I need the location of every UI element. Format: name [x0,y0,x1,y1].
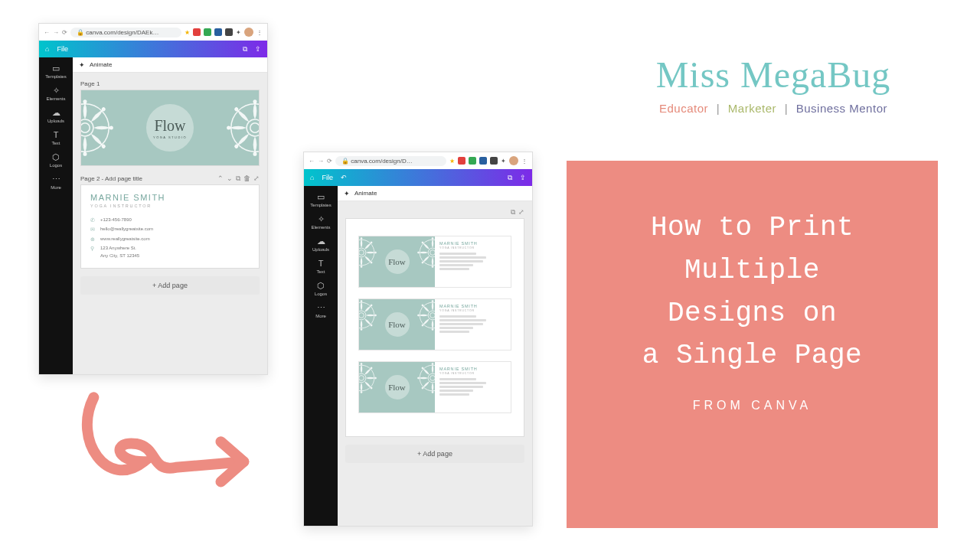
sidebar-item-more[interactable]: ⋯More [39,173,73,192]
canva-canvas[interactable]: ✦ Animate ⧉ ⤢ Flow MARNIE SMITHYOGA INST… [338,186,532,526]
expand-icon[interactable]: ⤢ [253,174,260,182]
puzzle-icon[interactable]: ✦ [501,158,506,165]
mandala-icon [80,98,115,158]
profile-avatar[interactable] [244,28,253,37]
design-page-2[interactable]: MARNIE SMITH YOGA INSTRUCTOR ✆+123-456-7… [80,184,260,269]
back-icon[interactable]: ← [44,29,50,36]
mail-icon: ✉ [90,225,97,234]
uploads-icon: ☁ [317,237,325,246]
profile-avatar[interactable] [509,156,518,165]
ext-icon[interactable] [204,28,211,36]
puzzle-icon[interactable]: ✦ [236,29,241,36]
star-icon[interactable]: ★ [449,158,455,165]
duplicate-icon[interactable]: ⧉ [236,174,240,183]
mandala-icon [416,299,435,331]
sidebar-item-uploads[interactable]: ☁Uploads [304,235,338,254]
animate-icon: ✦ [344,190,350,197]
url-text: canva.com/design/DAEk… [86,29,158,36]
design-page-1[interactable]: Flow YOGA STUDIO [80,90,260,166]
logos-icon: ⬡ [317,282,325,290]
title-line-4: a Single Page [642,340,862,371]
file-menu[interactable]: File [57,45,68,53]
ext-icon[interactable] [479,157,487,165]
ext-icon[interactable] [458,157,466,165]
sidebar-item-elements[interactable]: ✧Elements [304,213,338,232]
back-icon[interactable]: ← [309,158,315,165]
add-page-button[interactable]: + Add page [345,445,524,463]
url-text: canva.com/design/D… [351,158,412,165]
mandala-icon [416,362,435,394]
animate-icon: ✦ [79,61,85,69]
sidebar-item-text[interactable]: TText [39,129,73,148]
sidebar-item-logos[interactable]: ⬡Logos [304,279,338,298]
arrow-icon [61,390,283,500]
home-icon[interactable]: ⌂ [310,174,314,181]
page-1-label: Page 1 [80,80,260,87]
text-icon: T [54,131,59,139]
sidebar-item-templates[interactable]: ▭Templates [304,191,338,210]
brand-name: Miss MegaBug [612,54,934,96]
pin-icon: ⚲ [90,244,97,253]
url-field[interactable]: 🔒 canva.com/design/D… [335,156,446,166]
home-icon[interactable]: ⌂ [45,45,49,53]
forward-icon[interactable]: → [318,158,324,165]
ext-icon[interactable] [214,28,222,36]
ext-icon[interactable] [193,28,201,36]
ext-icon[interactable] [490,157,498,165]
mandala-icon [416,236,435,269]
star-icon[interactable]: ★ [185,29,190,36]
sidebar-label: Uploads [47,119,64,123]
copy-icon[interactable]: ⧉ [508,174,512,182]
ext-icon[interactable] [225,28,233,36]
card-row[interactable]: Flow MARNIE SMITHYOGA INSTRUCTOR [358,236,511,288]
card-row[interactable]: Flow MARNIE SMITHYOGA INSTRUCTOR [358,298,511,350]
design-letter-page[interactable]: Flow MARNIE SMITHYOGA INSTRUCTOR Flow MA… [345,218,524,437]
forward-icon[interactable]: → [53,29,59,36]
flow-mini: Flow [385,249,410,274]
expand-icon[interactable]: ⤢ [518,208,524,216]
sidebar-item-more[interactable]: ⋯More [304,302,338,321]
card-row[interactable]: Flow MARNIE SMITHYOGA INSTRUCTOR [358,361,511,413]
logos-icon: ⬡ [52,153,60,161]
page-header-2: Page 2 - Add page title ⌃ ⌄ ⧉ 🗑 ⤢ [80,172,260,184]
sidebar-item-text[interactable]: TText [304,257,338,276]
templates-icon: ▭ [317,193,325,201]
kebab-icon[interactable]: ⋮ [256,29,263,36]
canva-window-letter: ← → ⟳ 🔒 canva.com/design/D… ★ ✦ ⋮ ⌂ File… [303,152,533,527]
share-icon[interactable]: ⇪ [255,45,261,53]
canva-canvas[interactable]: ✦ Animate Page 1 Flow YOGA STUDIO Page 2… [73,57,267,374]
copy-icon[interactable]: ⧉ [243,45,247,54]
globe-icon: ⊕ [90,235,97,244]
brand-tag-mentor: Business Mentor [796,102,887,115]
title-line-2: Multiple [684,255,820,286]
ext-icon[interactable] [469,157,476,165]
sidebar-item-elements[interactable]: ✧Elements [39,84,73,103]
sidebar-item-logos[interactable]: ⬡Logos [39,151,73,170]
animate-button[interactable]: Animate [90,61,112,68]
chevron-down-icon[interactable]: ⌄ [227,174,233,182]
page-2-label[interactable]: Page 2 - Add page title [80,175,214,182]
sidebar-label: Elements [311,225,330,230]
uploads-icon: ☁ [52,109,60,117]
browser-address-bar: ← → ⟳ 🔒 canva.com/design/DAEk… ★ ✦ ⋮ [39,24,267,41]
mandala-icon [359,236,377,269]
brand-block: Miss MegaBug Educator | Marketer | Busin… [612,54,934,115]
kebab-icon[interactable]: ⋮ [521,158,528,165]
reload-icon[interactable]: ⟳ [327,158,332,165]
share-icon[interactable]: ⇪ [520,174,526,181]
chevron-up-icon[interactable]: ⌃ [217,174,224,182]
file-menu[interactable]: File [322,174,333,181]
add-page-button[interactable]: + Add page [80,276,260,295]
brand-tag-educator: Educator [659,102,708,115]
url-field[interactable]: 🔒 canva.com/design/DAEk… [70,28,181,37]
reload-icon[interactable]: ⟳ [62,29,67,36]
sidebar-item-uploads[interactable]: ☁Uploads [39,106,73,126]
flow-subtitle: YOGA STUDIO [153,135,187,139]
duplicate-icon[interactable]: ⧉ [511,208,515,217]
animate-button[interactable]: Animate [354,190,377,197]
sidebar-item-templates[interactable]: ▭Templates [39,62,73,81]
trash-icon[interactable]: 🗑 [243,174,250,182]
sidebar-label: More [51,185,61,190]
undo-icon[interactable]: ↶ [341,174,347,181]
mandala-icon [489,299,511,321]
